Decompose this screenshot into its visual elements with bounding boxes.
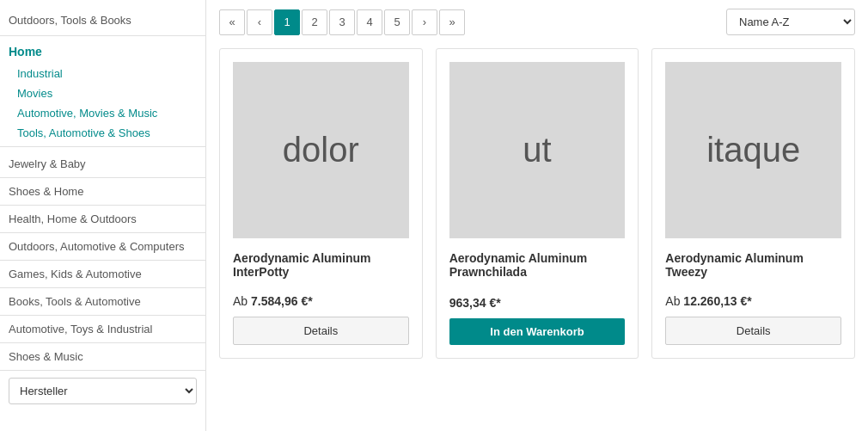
page-next-btn[interactable]: ›	[412, 9, 437, 35]
product-price-value-2: 12.260,13 €*	[683, 294, 751, 308]
sidebar-filter: Hersteller	[0, 371, 205, 411]
product-price-0: Ab 7.584,96 €*	[233, 294, 409, 308]
product-price-2: Ab 12.260,13 €*	[665, 294, 841, 308]
sidebar-home[interactable]: Home	[0, 40, 205, 64]
page-2-btn[interactable]: 2	[302, 9, 327, 35]
product-cart-btn-1[interactable]: In den Warenkorb	[449, 318, 626, 345]
sidebar: Outdoors, Tools & Books Home Industrial …	[0, 0, 206, 431]
sidebar-category-jewelry[interactable]: Jewelry & Baby	[0, 151, 205, 178]
product-price-prefix-0: Ab	[233, 294, 251, 308]
sidebar-top-category[interactable]: Outdoors, Tools & Books	[0, 9, 205, 32]
product-image-text-1: ut	[523, 131, 551, 169]
sidebar-category-games[interactable]: Games, Kids & Automotive	[0, 261, 205, 288]
page-4-btn[interactable]: 4	[357, 9, 382, 35]
product-details-btn-0[interactable]: Details	[233, 317, 409, 345]
sidebar-sub-movies[interactable]: Movies	[0, 83, 205, 103]
product-name-2: Aerodynamic Aluminum Tweezy	[665, 251, 841, 286]
product-image-2: itaque	[665, 62, 841, 238]
product-price-1: 963,34 €*	[449, 296, 626, 310]
sidebar-category-books[interactable]: Books, Tools & Automotive	[0, 288, 205, 316]
product-image-1: ut	[449, 62, 626, 238]
page-controls: « ‹ 1 2 3 4 5 › »	[219, 9, 465, 35]
hersteller-select[interactable]: Hersteller	[9, 378, 197, 404]
page-5-btn[interactable]: 5	[384, 9, 410, 35]
page-prev-btn[interactable]: ‹	[247, 9, 272, 35]
product-details-btn-2[interactable]: Details	[665, 317, 841, 345]
product-name-0: Aerodynamic Aluminum InterPotty	[233, 251, 409, 286]
product-price-value-1: 963,34 €*	[449, 296, 501, 310]
sidebar-category-health[interactable]: Health, Home & Outdoors	[0, 206, 205, 233]
sidebar-sub-industrial[interactable]: Industrial	[0, 64, 205, 83]
sort-select[interactable]: Name A-Z Name Z-A Price Low-High Price H…	[726, 9, 855, 35]
product-image-text-2: itaque	[706, 131, 800, 169]
page-1-btn[interactable]: 1	[274, 9, 300, 35]
product-name-1: Aerodynamic Aluminum Prawnchilada	[449, 251, 626, 286]
pagination-bar: « ‹ 1 2 3 4 5 › » Name A-Z Name Z-A Pric…	[219, 9, 855, 35]
product-card-0: dolor Aerodynamic Aluminum InterPotty Ab…	[219, 48, 423, 359]
page-3-btn[interactable]: 3	[329, 9, 355, 35]
product-grid: dolor Aerodynamic Aluminum InterPotty Ab…	[219, 48, 855, 359]
sidebar-category-shoes-home[interactable]: Shoes & Home	[0, 178, 205, 206]
sidebar-category-outdoors[interactable]: Outdoors, Automotive & Computers	[0, 233, 205, 261]
product-image-text-0: dolor	[283, 131, 359, 169]
main-content: « ‹ 1 2 3 4 5 › » Name A-Z Name Z-A Pric…	[206, 0, 868, 431]
sidebar-category-automotive-toys[interactable]: Automotive, Toys & Industrial	[0, 316, 205, 343]
product-card-2: itaque Aerodynamic Aluminum Tweezy Ab 12…	[651, 48, 855, 359]
page-first-btn[interactable]: «	[219, 9, 245, 35]
sidebar-sub-tools-shoes[interactable]: Tools, Automotive & Shoes	[0, 123, 205, 143]
product-card-1: ut Aerodynamic Aluminum Prawnchilada 963…	[436, 48, 639, 359]
page-last-btn[interactable]: »	[439, 9, 465, 35]
sidebar-sub-automotive-music[interactable]: Automotive, Movies & Music	[0, 103, 205, 123]
product-price-prefix-2: Ab	[665, 294, 683, 308]
sidebar-category-shoes-music[interactable]: Shoes & Music	[0, 343, 205, 371]
product-image-0: dolor	[233, 62, 409, 238]
product-price-value-0: 7.584,96 €*	[251, 294, 313, 308]
